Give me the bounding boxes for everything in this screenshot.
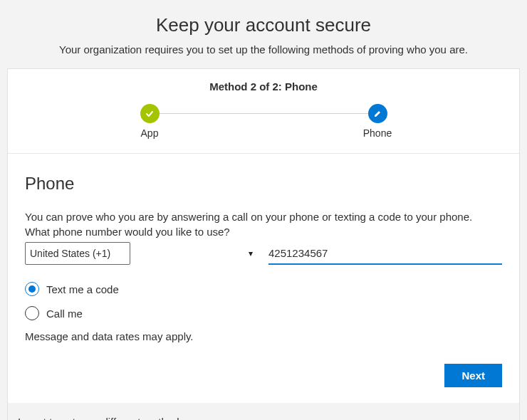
radio-text-me[interactable]: Text me a code [25,282,502,296]
stepper-line [150,113,377,114]
button-row: Next [25,364,502,387]
radio-icon [25,282,39,296]
country-select-wrap: United States (+1) [25,242,259,265]
different-method-link[interactable]: I want to set up a different method [18,416,179,420]
method-step-label: Method 2 of 2: Phone [25,80,502,93]
verification-radio-group: Text me a code Call me [25,282,502,320]
page-subtitle: Your organization requires you to set up… [7,43,520,56]
rates-text: Message and data rates may apply. [25,330,502,342]
wizard-header: Method 2 of 2: Phone App [8,69,519,154]
section-title: Phone [25,174,502,194]
radio-text-me-label: Text me a code [46,283,119,295]
radio-call-me-label: Call me [46,308,83,320]
next-button[interactable]: Next [444,364,502,387]
setup-card: Method 2 of 2: Phone App [7,68,520,420]
pencil-icon [368,104,387,123]
step-app: App [128,104,171,139]
help-text: You can prove who you are by answering a… [25,211,502,223]
radio-call-me[interactable]: Call me [25,306,502,320]
country-select[interactable]: United States (+1) [25,242,130,265]
step-app-label: App [141,127,159,139]
step-phone: Phone [356,104,399,139]
wizard-stepper: App Phone [128,104,399,139]
page-title: Keep your account secure [7,14,520,36]
prompt-text: What phone number would you like to use? [25,226,502,238]
radio-dot-icon [28,285,36,293]
inputs-row: United States (+1) [25,242,502,265]
radio-icon [25,306,39,320]
card-footer: I want to set up a different method [8,403,519,420]
checkmark-icon [140,104,160,123]
step-phone-label: Phone [363,127,392,139]
card-body: Phone You can prove who you are by answe… [8,154,519,403]
phone-input[interactable] [268,242,502,265]
